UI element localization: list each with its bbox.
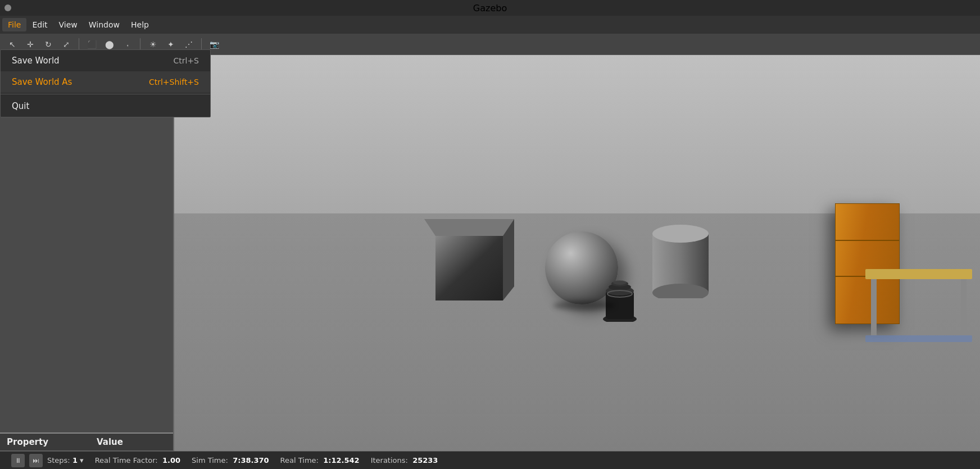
menu-file[interactable]: File	[2, 18, 26, 31]
3d-table	[865, 269, 972, 344]
3d-robot	[597, 277, 642, 324]
menu-edit[interactable]: Edit	[26, 18, 53, 31]
statusbar: ⏸ ⏭ Steps: 1 ▾ Real Time Factor: 1.00 Si…	[0, 451, 980, 469]
svg-rect-37	[865, 269, 972, 279]
rtf-display: Real Time Factor: 1.00	[95, 456, 180, 465]
svg-rect-38	[871, 279, 877, 335]
pause-button[interactable]: ⏸	[11, 454, 25, 467]
viewport-canvas	[174, 55, 980, 451]
menu-view[interactable]: View	[53, 18, 83, 31]
svg-rect-39	[961, 279, 967, 335]
menu-save-world-as[interactable]: Save World As Ctrl+Shift+S	[1, 71, 210, 93]
steps-label: Steps: 1 ▾	[47, 456, 84, 465]
titlebar-title: Gazebo	[473, 3, 507, 13]
real-time-display: Real Time: 1:12.542	[280, 456, 360, 465]
window-close-button[interactable]	[4, 4, 11, 11]
iterations-display: Iterations: 25233	[371, 456, 438, 465]
3d-cube	[424, 213, 514, 300]
step-button[interactable]: ⏭	[29, 454, 43, 467]
property-col-header: Property	[0, 437, 90, 447]
property-panel: Property Value	[0, 432, 173, 451]
menu-save-world[interactable]: Save World Ctrl+S	[1, 50, 210, 71]
svg-marker-31	[435, 236, 503, 300]
toolbar-sep-3	[201, 38, 202, 51]
svg-point-35	[652, 225, 709, 243]
menu-separator	[1, 94, 210, 94]
svg-rect-40	[865, 335, 972, 342]
sphere-shadow	[553, 300, 615, 311]
menu-window[interactable]: Window	[83, 18, 125, 31]
file-dropdown-menu: Save World Ctrl+S Save World As Ctrl+Shi…	[0, 49, 211, 117]
3d-cylinder	[650, 220, 711, 300]
sky-bg	[174, 55, 980, 213]
svg-point-47	[613, 280, 627, 285]
property-header: Property Value	[0, 434, 173, 451]
3d-viewport[interactable]	[174, 55, 980, 451]
toolbar-sep-1	[79, 38, 79, 51]
menu-quit[interactable]: Quit	[1, 95, 210, 117]
svg-marker-32	[424, 219, 514, 236]
menubar: File Edit View Window Help Save World Ct…	[0, 16, 980, 34]
value-col-header: Value	[90, 437, 130, 447]
menu-help[interactable]: Help	[125, 18, 155, 31]
toolbar-sep-2	[140, 38, 140, 51]
titlebar: Gazebo	[0, 0, 980, 16]
sim-time-display: Sim Time: 7:38.370	[192, 456, 269, 465]
